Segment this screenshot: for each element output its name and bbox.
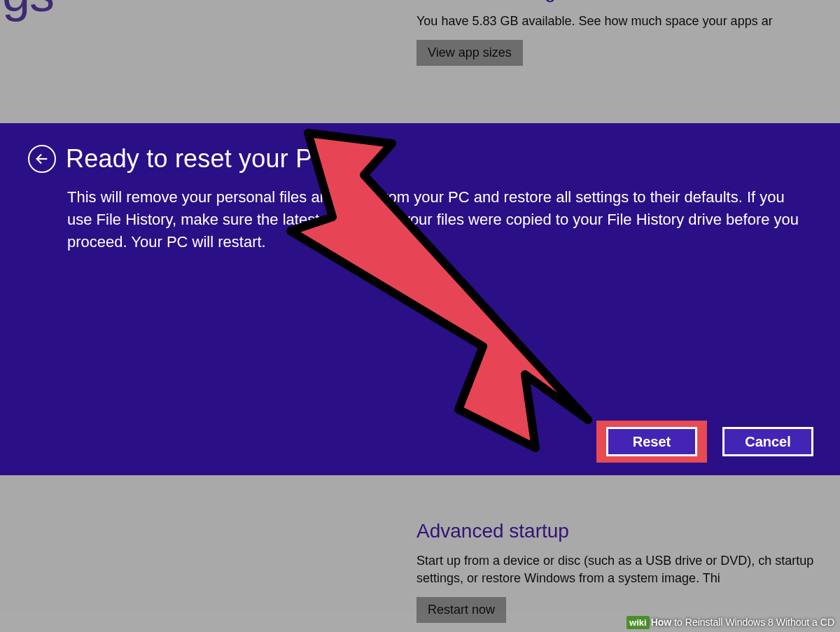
- dialog-actions: Reset Cancel: [596, 421, 813, 463]
- cancel-button[interactable]: Cancel: [722, 427, 813, 456]
- dialog-title: Ready to reset your PC: [66, 144, 331, 174]
- reset-highlight: Reset: [596, 421, 707, 463]
- reset-button[interactable]: Reset: [606, 427, 697, 456]
- back-icon[interactable]: [28, 145, 56, 173]
- dialog-body: This will remove your personal files and…: [67, 186, 809, 253]
- article-caption: wiki How to Reinstall Windows 8 Without …: [0, 612, 840, 632]
- dialog-header: Ready to reset your PC: [28, 144, 812, 174]
- reset-pc-dialog: Ready to reset your PC This will remove …: [0, 123, 840, 475]
- caption-rest: to Reinstall Windows 8 Without a CD: [674, 617, 834, 628]
- wiki-badge: wiki: [626, 616, 650, 629]
- caption-how: How: [651, 617, 672, 628]
